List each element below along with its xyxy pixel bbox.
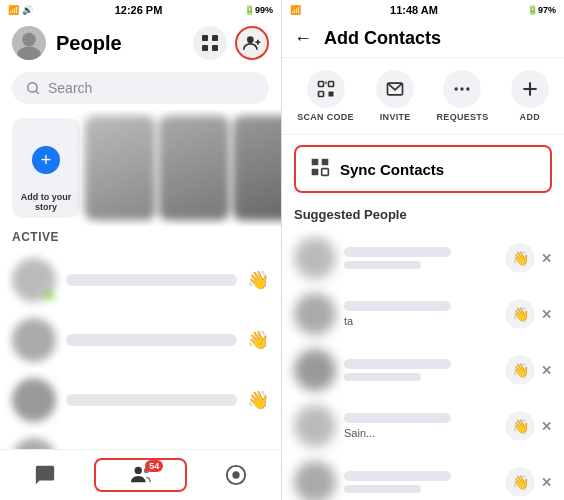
stories-row: + Add to your story (0, 110, 281, 226)
svg-rect-18 (318, 92, 323, 97)
sug-avatar-5 (294, 461, 336, 500)
suggested-item: 👋 ✕ (290, 454, 556, 500)
sug-wave-2[interactable]: 👋 (505, 299, 535, 329)
suggested-list: 👋 ✕ ta 👋 ✕ 👋 ✕ (282, 230, 564, 500)
story-item-1[interactable] (84, 116, 155, 221)
header-icons (193, 26, 269, 60)
svg-rect-4 (212, 35, 218, 41)
svg-rect-29 (312, 169, 319, 176)
wave-button-1[interactable]: 👋 (247, 269, 269, 291)
right-battery: 🔋97% (527, 5, 556, 15)
user-avatar[interactable] (12, 26, 46, 60)
invite-icon (376, 70, 414, 108)
suggested-item: ta 👋 ✕ (290, 286, 556, 342)
requests-action[interactable]: REQUESTS (437, 70, 489, 122)
add-story-btn[interactable]: + (32, 146, 60, 174)
sync-contacts-button[interactable]: Sync Contacts (294, 145, 552, 193)
svg-point-22 (461, 87, 464, 90)
svg-point-15 (233, 471, 240, 478)
sug-close-4[interactable]: ✕ (541, 419, 552, 434)
add-action[interactable]: ADD (511, 70, 549, 122)
search-placeholder: Search (48, 80, 92, 96)
suggested-item: 👋 ✕ (290, 342, 556, 398)
svg-point-10 (28, 83, 37, 92)
add-contact-button[interactable] (235, 26, 269, 60)
sug-sub-bar-1 (344, 261, 421, 269)
sug-wave-5[interactable]: 👋 (505, 467, 535, 497)
left-header: People (0, 20, 281, 66)
add-contacts-title: Add Contacts (324, 28, 441, 49)
sug-name-bar-2 (344, 301, 451, 311)
sug-close-1[interactable]: ✕ (541, 251, 552, 266)
contact-name-2 (66, 334, 237, 346)
contact-item: 👋 (8, 250, 273, 310)
svg-rect-16 (318, 82, 323, 87)
add-icon (511, 70, 549, 108)
left-status-bar: 📶 🔊 12:26 PM 🔋99% (0, 0, 281, 20)
search-bar[interactable]: Search (12, 72, 269, 104)
svg-rect-3 (202, 35, 208, 41)
invite-label: INVITE (380, 112, 411, 122)
sug-actions-1: 👋 ✕ (505, 243, 552, 273)
suggested-item: Sain... 👋 ✕ (290, 398, 556, 454)
sug-name-bar-3 (344, 359, 451, 369)
sug-sub-bar-5 (344, 485, 421, 493)
contact-item: 👋 (8, 370, 273, 430)
svg-rect-28 (322, 159, 329, 166)
sug-actions-2: 👋 ✕ (505, 299, 552, 329)
page-title: People (56, 32, 122, 55)
sug-info-4: Sain... (344, 413, 497, 439)
sync-icon (310, 157, 330, 181)
suggested-item: 👋 ✕ (290, 230, 556, 286)
svg-line-11 (36, 91, 39, 94)
nav-item-people[interactable]: 54 (94, 458, 188, 492)
svg-point-7 (247, 36, 254, 43)
sug-actions-4: 👋 ✕ (505, 411, 552, 441)
sug-close-3[interactable]: ✕ (541, 363, 552, 378)
wave-button-3[interactable]: 👋 (247, 389, 269, 411)
nav-item-edit[interactable] (191, 460, 281, 490)
sug-info-2: ta (344, 301, 497, 327)
right-signal-icon: 📶 (290, 5, 301, 15)
right-status-bar: 📶 11:48 AM 🔋97% (282, 0, 564, 20)
contact-name-1 (66, 274, 237, 286)
battery-icon-left: 🔋99% (244, 5, 273, 15)
svg-rect-5 (202, 45, 208, 51)
sug-name-bar-1 (344, 247, 451, 257)
svg-rect-19 (328, 92, 333, 97)
contact-name-3 (66, 394, 237, 406)
svg-point-1 (22, 33, 36, 47)
svg-rect-27 (312, 159, 319, 166)
sync-label: Sync Contacts (340, 161, 444, 178)
back-button[interactable]: ← (294, 28, 312, 49)
story-item-2[interactable] (158, 116, 229, 221)
svg-point-23 (455, 87, 458, 90)
sug-info-3 (344, 359, 497, 381)
right-status-icons: 📶 (290, 5, 301, 15)
contact-avatar-3 (12, 378, 56, 422)
add-story-item[interactable]: + Add to your story (12, 118, 80, 218)
left-panel: 📶 🔊 12:26 PM 🔋99% People Search (0, 0, 282, 500)
wifi-icon: 🔊 (22, 5, 33, 15)
battery-area-left: 🔋99% (244, 5, 273, 15)
invite-action[interactable]: INVITE (376, 70, 414, 122)
scan-code-action[interactable]: SCAN CODE (297, 70, 354, 122)
svg-rect-6 (212, 45, 218, 51)
add-contacts-actions: SCAN CODE INVITE REQUESTS ADD (282, 58, 564, 135)
nav-item-chat[interactable] (0, 460, 90, 490)
right-header: ← Add Contacts (282, 20, 564, 58)
sug-avatar-3 (294, 349, 336, 391)
grid-view-button[interactable] (193, 26, 227, 60)
sug-name-bar-4 (344, 413, 451, 423)
sug-avatar-2 (294, 293, 336, 335)
bottom-nav: 54 (0, 449, 281, 500)
sug-wave-1[interactable]: 👋 (505, 243, 535, 273)
wave-button-2[interactable]: 👋 (247, 329, 269, 351)
svg-rect-17 (328, 82, 333, 87)
sug-close-5[interactable]: ✕ (541, 475, 552, 490)
sug-wave-3[interactable]: 👋 (505, 355, 535, 385)
sug-close-2[interactable]: ✕ (541, 307, 552, 322)
sug-wave-4[interactable]: 👋 (505, 411, 535, 441)
add-label: ADD (520, 112, 540, 122)
story-item-3[interactable] (232, 116, 281, 221)
